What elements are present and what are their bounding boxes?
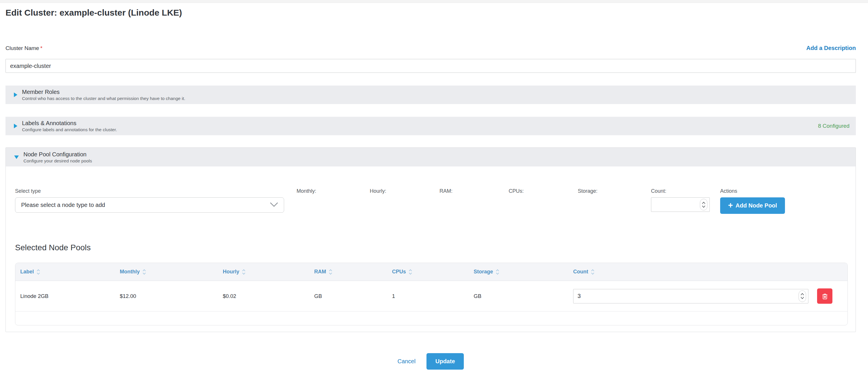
cpus-label: CPUs: (509, 188, 578, 194)
header-text: Label (20, 269, 34, 275)
count-input-wrap (651, 197, 710, 212)
configured-count-badge: 8 Configured (818, 123, 849, 129)
expand-arrow-icon (14, 156, 19, 159)
hourly-column: Hourly: (370, 188, 439, 197)
accordion-subtitle: Control who has access to the cluster an… (22, 96, 849, 101)
delete-node-pool-button[interactable] (817, 288, 832, 304)
table-footer-spacer (16, 312, 847, 325)
node-type-config-row: Select type Please select a node type to… (15, 188, 848, 214)
hourly-label: Hourly: (370, 188, 439, 194)
table-header-hourly[interactable]: Hourly (223, 269, 314, 275)
top-strip (0, 0, 868, 3)
header-text: Hourly (223, 269, 239, 275)
actions-label: Actions (720, 188, 848, 194)
node-type-select[interactable]: Please select a node type to add (15, 197, 284, 213)
cpus-column: CPUs: (509, 188, 578, 197)
accordion-subtitle: Configure labels and annotations for the… (22, 127, 818, 132)
node-type-select-value: Please select a node type to add (21, 202, 105, 208)
header-text: Storage (474, 269, 493, 275)
table-row: Linode 2GB $12.00 $0.02 GB 1 GB (16, 281, 847, 312)
cell-count (573, 288, 842, 304)
sort-icon (242, 269, 246, 275)
spinner-divider (702, 205, 705, 205)
cluster-name-label: Cluster Name (5, 45, 39, 51)
actions-column: Actions + Add Node Pool (720, 188, 848, 214)
accordion-node-pool-configuration[interactable]: Node Pool Configuration Configure your d… (6, 148, 856, 167)
accordion-text: Labels & Annotations Configure labels an… (22, 119, 818, 132)
edit-cluster-page: Edit Cluster: example-cluster (Linode LK… (5, 7, 856, 370)
collapse-arrow-icon (14, 124, 18, 128)
storage-column: Storage: (578, 188, 651, 197)
cell-storage: GB (474, 293, 573, 299)
header-text: Monthly (120, 269, 140, 275)
cell-ram: GB (314, 293, 392, 299)
ram-column: RAM: (439, 188, 509, 197)
selected-node-pools-heading: Selected Node Pools (15, 243, 848, 252)
header-text: Count (573, 269, 588, 275)
accordion-text: Node Pool Configuration Configure your d… (24, 151, 849, 164)
table-header-count[interactable]: Count (573, 269, 842, 275)
cluster-name-row: Cluster Name* Add a Description (5, 45, 856, 51)
accordion-labels-annotations[interactable]: Labels & Annotations Configure labels an… (5, 117, 856, 135)
spinner-down-icon (702, 205, 705, 208)
monthly-label: Monthly: (297, 188, 370, 194)
cancel-button[interactable]: Cancel (398, 358, 415, 365)
header-text: RAM (314, 269, 326, 275)
update-button[interactable]: Update (427, 353, 464, 370)
storage-label: Storage: (578, 188, 651, 194)
accordion-subtitle: Configure your desired node pools (24, 158, 849, 164)
chevron-down-icon (270, 202, 278, 208)
cell-hourly: $0.02 (223, 293, 314, 299)
page-title: Edit Cluster: example-cluster (Linode LK… (5, 7, 856, 18)
table-header-cpus[interactable]: CPUs (392, 269, 474, 275)
accordion-member-roles[interactable]: Member Roles Control who has access to t… (5, 85, 856, 104)
sort-icon (142, 269, 146, 275)
cell-monthly: $12.00 (120, 293, 223, 299)
row-count-input-wrap (573, 289, 808, 303)
sort-icon (496, 269, 499, 275)
cell-cpus: 1 (392, 293, 474, 299)
accordion-title: Node Pool Configuration (24, 151, 849, 158)
table-header-monthly[interactable]: Monthly (120, 269, 223, 275)
cluster-name-label-group: Cluster Name* (5, 45, 42, 51)
accordion-text: Member Roles Control who has access to t… (22, 89, 849, 101)
plus-icon: + (728, 201, 733, 209)
cluster-name-input[interactable] (5, 59, 856, 73)
accordion-title: Member Roles (22, 89, 849, 95)
collapse-arrow-icon (14, 93, 18, 97)
accordion-title: Labels & Annotations (22, 119, 818, 127)
sort-icon (36, 269, 40, 275)
sort-icon (408, 269, 412, 275)
trash-icon (822, 293, 828, 300)
select-type-label: Select type (15, 188, 297, 194)
count-label: Count: (651, 188, 720, 194)
selected-node-pools-table: Label Monthly Hourly RAM (15, 263, 848, 325)
add-description-link[interactable]: Add a Description (806, 45, 856, 51)
node-pool-panel-body: Select type Please select a node type to… (6, 188, 856, 332)
header-text: CPUs (392, 269, 406, 275)
row-count-stepper[interactable] (799, 290, 806, 302)
sort-icon (329, 269, 333, 275)
spinner-down-icon (801, 297, 804, 299)
table-header-storage[interactable]: Storage (474, 269, 573, 275)
count-column: Count: (651, 188, 720, 212)
select-type-column: Select type Please select a node type to… (15, 188, 297, 213)
add-node-pool-button-label: Add Node Pool (736, 202, 777, 209)
ram-label: RAM: (439, 188, 509, 194)
add-node-pool-button[interactable]: + Add Node Pool (720, 197, 785, 214)
required-asterisk: * (40, 45, 42, 51)
table-header-ram[interactable]: RAM (314, 269, 392, 275)
spinner-up-icon (702, 202, 705, 204)
row-count-input[interactable] (573, 289, 808, 303)
node-pool-configuration-panel: Node Pool Configuration Configure your d… (5, 147, 856, 332)
spinner-up-icon (801, 293, 804, 295)
footer-actions: Cancel Update (5, 353, 856, 370)
table-header-row: Label Monthly Hourly RAM (16, 263, 847, 281)
sort-icon (591, 269, 595, 275)
monthly-column: Monthly: (297, 188, 370, 197)
cell-label: Linode 2GB (20, 293, 120, 299)
count-stepper[interactable] (700, 199, 707, 210)
table-header-label[interactable]: Label (20, 269, 120, 275)
spinner-divider (801, 296, 804, 296)
